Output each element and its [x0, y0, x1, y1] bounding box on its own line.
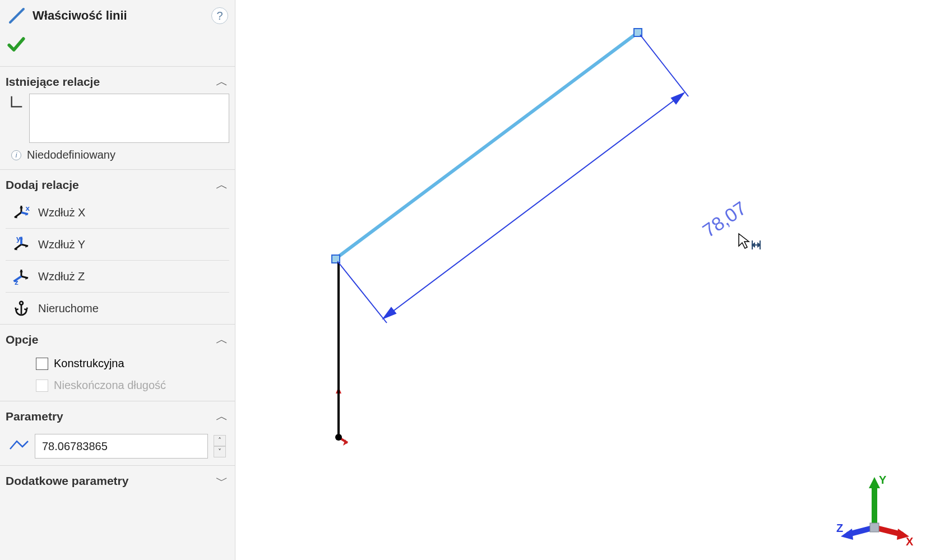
existing-relations-list[interactable]: [29, 94, 229, 143]
checkbox-label: Nieskończona długość: [54, 379, 166, 392]
section-additional-parameters: Dodatkowe parametry ﹀: [0, 466, 235, 499]
dimension-annotation[interactable]: [337, 35, 688, 323]
axis-label-x: X: [906, 535, 914, 548]
view-orientation-triad[interactable]: Y X Z: [835, 471, 914, 550]
svg-text:x: x: [26, 204, 30, 212]
help-icon[interactable]: ?: [211, 7, 228, 24]
chevron-down-icon[interactable]: ﹀: [216, 473, 228, 489]
section-header-add-relations[interactable]: Dodaj relacje ︿: [6, 174, 229, 197]
checkbox-label: Konstrukcyjna: [54, 357, 124, 370]
section-title: Dodatkowe parametry: [6, 474, 128, 488]
selected-sketch-line[interactable]: [335, 33, 638, 259]
section-title: Dodaj relacje: [6, 178, 79, 192]
cursor-icon: [738, 233, 757, 252]
chevron-up-icon[interactable]: ︿: [216, 73, 228, 90]
checkbox-icon: [36, 379, 48, 392]
section-options: Opcje ︿ Konstrukcyjna Nieskończona długo…: [0, 325, 235, 401]
section-existing-relations: Istniejące relacje ︿ i Niedodefiniowany: [0, 67, 235, 170]
section-parameters: Parametry ︿ ˄ ˅: [0, 401, 235, 466]
length-parameter-icon: [9, 437, 29, 455]
accept-icon[interactable]: [7, 36, 26, 58]
svg-line-0: [10, 9, 24, 22]
svg-marker-15: [672, 93, 684, 104]
relation-label: Wzdłuż Z: [38, 270, 85, 283]
relation-along-z-button[interactable]: z Wzdłuż Z: [6, 260, 229, 292]
spin-down-button[interactable]: ˅: [214, 446, 226, 457]
relation-label: Nieruchome: [38, 302, 99, 315]
parameter-length-row: ˄ ˅: [6, 428, 229, 460]
section-add-relations: Dodaj relacje ︿ x Wzdłuż X: [0, 170, 235, 325]
svg-marker-14: [383, 308, 396, 318]
section-title: Parametry: [6, 410, 63, 423]
infinite-length-checkbox-row: Nieskończona długość: [6, 373, 229, 395]
svg-line-13: [383, 93, 684, 318]
property-panel: Właściwość linii ? Istniejące relacje ︿ …: [0, 0, 235, 560]
panel-header: Właściwość linii ?: [0, 0, 235, 31]
info-icon: i: [11, 150, 21, 160]
svg-text:z: z: [15, 278, 18, 286]
section-header-existing-relations[interactable]: Istniejące relacje ︿: [6, 71, 229, 94]
construction-checkbox-row[interactable]: Konstrukcyjna: [6, 351, 229, 373]
axis-z-icon: z: [9, 265, 34, 288]
svg-rect-27: [870, 523, 879, 532]
spin-up-button[interactable]: ˄: [214, 435, 226, 446]
section-header-parameters[interactable]: Parametry ︿: [6, 406, 229, 428]
graphics-viewport[interactable]: 78,07 Y X: [235, 0, 926, 560]
anchor-icon: [9, 297, 34, 320]
axis-x-icon: x: [9, 201, 34, 224]
length-input[interactable]: [35, 434, 208, 459]
section-header-options[interactable]: Opcje ︿: [6, 329, 229, 351]
axis-label-z: Z: [836, 522, 843, 534]
panel-title: Właściwość linii: [33, 8, 206, 23]
svg-marker-22: [869, 477, 880, 488]
svg-line-12: [640, 35, 688, 96]
definition-status: Niedodefiniowany: [27, 149, 115, 161]
section-header-additional-parameters[interactable]: Dodatkowe parametry ﹀: [6, 470, 229, 494]
origin-triad-icon: [335, 357, 348, 446]
relation-fixed-button[interactable]: Nieruchome: [6, 292, 229, 324]
length-spinbox: ˄ ˅: [214, 435, 226, 457]
svg-text:y: y: [16, 234, 21, 243]
chevron-up-icon[interactable]: ︿: [216, 408, 228, 425]
sketch-canvas[interactable]: [235, 0, 926, 560]
definition-status-row: i Niedodefiniowany: [6, 143, 229, 164]
section-title: Opcje: [6, 333, 38, 346]
svg-line-11: [337, 261, 387, 323]
line-icon: [7, 6, 27, 26]
relation-along-x-button[interactable]: x Wzdłuż X: [6, 197, 229, 228]
relation-label: Wzdłuż Y: [38, 238, 85, 251]
chevron-up-icon[interactable]: ︿: [216, 177, 228, 193]
checkbox-icon[interactable]: [36, 358, 48, 370]
svg-point-4: [20, 302, 23, 305]
relation-along-y-button[interactable]: y Wzdłuż Y: [6, 228, 229, 260]
confirm-row: [0, 31, 235, 67]
relation-label: Wzdłuż X: [38, 206, 85, 219]
chevron-up-icon[interactable]: ︿: [216, 331, 228, 348]
relations-type-icon: [9, 94, 25, 112]
axis-y-icon: y: [9, 233, 34, 256]
section-title: Istniejące relacje: [6, 75, 100, 89]
axis-label-y: Y: [879, 474, 887, 486]
